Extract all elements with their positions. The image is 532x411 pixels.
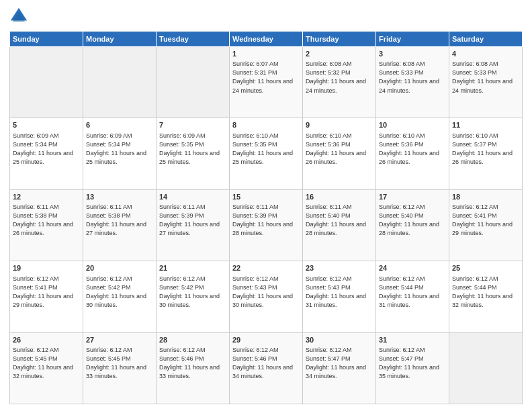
day-number: 8: [232, 120, 300, 130]
calendar-week-5: 26Sunrise: 6:12 AMSunset: 5:45 PMDayligh…: [10, 332, 523, 404]
logo: [9, 7, 31, 26]
calendar-day: 23Sunrise: 6:12 AMSunset: 5:43 PMDayligh…: [303, 261, 376, 332]
day-number: 5: [13, 120, 80, 130]
calendar-day: 19Sunrise: 6:12 AMSunset: 5:41 PMDayligh…: [10, 261, 83, 332]
calendar-day: 28Sunrise: 6:12 AMSunset: 5:46 PMDayligh…: [157, 332, 230, 404]
calendar-header: SundayMondayTuesdayWednesdayThursdayFrid…: [10, 32, 523, 47]
day-number: 1: [232, 49, 300, 59]
weekday-header-sunday: Sunday: [10, 32, 83, 47]
day-number: 4: [452, 49, 519, 59]
day-number: 16: [306, 192, 373, 202]
day-info: Sunrise: 6:12 AMSunset: 5:44 PMDaylight:…: [452, 275, 519, 310]
day-number: 10: [379, 120, 446, 130]
day-info: Sunrise: 6:12 AMSunset: 5:46 PMDaylight:…: [232, 346, 300, 381]
calendar-day: 9Sunrise: 6:10 AMSunset: 5:36 PMDaylight…: [303, 118, 376, 189]
calendar-week-3: 12Sunrise: 6:11 AMSunset: 5:38 PMDayligh…: [10, 189, 523, 261]
day-number: 23: [306, 263, 373, 273]
weekday-header-tuesday: Tuesday: [157, 32, 230, 47]
weekday-header-thursday: Thursday: [303, 32, 376, 47]
day-number: 14: [159, 192, 226, 202]
day-number: 26: [13, 335, 80, 345]
day-number: 18: [452, 192, 519, 202]
day-info: Sunrise: 6:10 AMSunset: 5:35 PMDaylight:…: [232, 132, 300, 167]
header: [9, 7, 523, 26]
day-info: Sunrise: 6:12 AMSunset: 5:40 PMDaylight:…: [379, 203, 446, 238]
day-info: Sunrise: 6:09 AMSunset: 5:34 PMDaylight:…: [86, 132, 153, 167]
day-info: Sunrise: 6:12 AMSunset: 5:46 PMDaylight:…: [159, 346, 226, 381]
calendar-body: 1Sunrise: 6:07 AMSunset: 5:31 PMDaylight…: [10, 47, 523, 404]
day-info: Sunrise: 6:12 AMSunset: 5:47 PMDaylight:…: [306, 346, 373, 381]
calendar-day: [157, 47, 230, 118]
day-info: Sunrise: 6:10 AMSunset: 5:37 PMDaylight:…: [452, 132, 519, 167]
day-number: 19: [13, 263, 80, 273]
day-info: Sunrise: 6:08 AMSunset: 5:33 PMDaylight:…: [379, 60, 446, 95]
calendar-day: 8Sunrise: 6:10 AMSunset: 5:35 PMDaylight…: [230, 118, 303, 189]
day-number: 6: [86, 120, 153, 130]
calendar-day: 5Sunrise: 6:09 AMSunset: 5:34 PMDaylight…: [10, 118, 83, 189]
day-number: 24: [379, 263, 446, 273]
calendar-day: 27Sunrise: 6:12 AMSunset: 5:45 PMDayligh…: [83, 332, 157, 404]
calendar-week-1: 1Sunrise: 6:07 AMSunset: 5:31 PMDaylight…: [10, 47, 523, 118]
calendar-day: 17Sunrise: 6:12 AMSunset: 5:40 PMDayligh…: [376, 189, 449, 261]
day-info: Sunrise: 6:10 AMSunset: 5:36 PMDaylight:…: [379, 132, 446, 167]
day-info: Sunrise: 6:12 AMSunset: 5:42 PMDaylight:…: [159, 275, 226, 310]
day-info: Sunrise: 6:12 AMSunset: 5:45 PMDaylight:…: [13, 346, 80, 381]
day-info: Sunrise: 6:11 AMSunset: 5:39 PMDaylight:…: [159, 203, 226, 238]
day-number: 27: [86, 335, 153, 345]
calendar-day: 13Sunrise: 6:11 AMSunset: 5:38 PMDayligh…: [83, 189, 157, 261]
calendar-day: 22Sunrise: 6:12 AMSunset: 5:43 PMDayligh…: [230, 261, 303, 332]
day-number: 29: [232, 335, 300, 345]
day-info: Sunrise: 6:12 AMSunset: 5:41 PMDaylight:…: [452, 203, 519, 238]
day-info: Sunrise: 6:12 AMSunset: 5:44 PMDaylight:…: [379, 275, 446, 310]
day-info: Sunrise: 6:09 AMSunset: 5:35 PMDaylight:…: [159, 132, 226, 167]
day-info: Sunrise: 6:10 AMSunset: 5:36 PMDaylight:…: [306, 132, 373, 167]
weekday-header-wednesday: Wednesday: [230, 32, 303, 47]
calendar-day: 10Sunrise: 6:10 AMSunset: 5:36 PMDayligh…: [376, 118, 449, 189]
calendar-day: 26Sunrise: 6:12 AMSunset: 5:45 PMDayligh…: [10, 332, 83, 404]
calendar-day: 18Sunrise: 6:12 AMSunset: 5:41 PMDayligh…: [449, 189, 523, 261]
calendar-day: 30Sunrise: 6:12 AMSunset: 5:47 PMDayligh…: [303, 332, 376, 404]
calendar-day: 25Sunrise: 6:12 AMSunset: 5:44 PMDayligh…: [449, 261, 523, 332]
day-number: 17: [379, 192, 446, 202]
calendar-day: 31Sunrise: 6:12 AMSunset: 5:47 PMDayligh…: [376, 332, 449, 404]
day-number: 7: [159, 120, 226, 130]
day-number: 28: [159, 335, 226, 345]
weekday-header-friday: Friday: [376, 32, 449, 47]
calendar-day: 3Sunrise: 6:08 AMSunset: 5:33 PMDaylight…: [376, 47, 449, 118]
day-info: Sunrise: 6:11 AMSunset: 5:38 PMDaylight:…: [86, 203, 153, 238]
calendar-week-4: 19Sunrise: 6:12 AMSunset: 5:41 PMDayligh…: [10, 261, 523, 332]
calendar-day: 11Sunrise: 6:10 AMSunset: 5:37 PMDayligh…: [449, 118, 523, 189]
calendar-day: 1Sunrise: 6:07 AMSunset: 5:31 PMDaylight…: [230, 47, 303, 118]
calendar-day: 20Sunrise: 6:12 AMSunset: 5:42 PMDayligh…: [83, 261, 157, 332]
calendar-day: 7Sunrise: 6:09 AMSunset: 5:35 PMDaylight…: [157, 118, 230, 189]
day-info: Sunrise: 6:11 AMSunset: 5:38 PMDaylight:…: [13, 203, 80, 238]
day-number: 31: [379, 335, 446, 345]
day-info: Sunrise: 6:08 AMSunset: 5:32 PMDaylight:…: [306, 60, 373, 95]
day-number: 2: [306, 49, 373, 59]
day-number: 9: [306, 120, 373, 130]
day-number: 30: [306, 335, 373, 345]
day-number: 11: [452, 120, 519, 130]
day-info: Sunrise: 6:12 AMSunset: 5:41 PMDaylight:…: [13, 275, 80, 310]
day-number: 3: [379, 49, 446, 59]
calendar-day: 16Sunrise: 6:11 AMSunset: 5:40 PMDayligh…: [303, 189, 376, 261]
day-info: Sunrise: 6:07 AMSunset: 5:31 PMDaylight:…: [232, 60, 300, 95]
calendar-table: SundayMondayTuesdayWednesdayThursdayFrid…: [9, 31, 523, 404]
day-info: Sunrise: 6:12 AMSunset: 5:43 PMDaylight:…: [306, 275, 373, 310]
day-number: 15: [232, 192, 300, 202]
calendar-day: 15Sunrise: 6:11 AMSunset: 5:39 PMDayligh…: [230, 189, 303, 261]
day-number: 22: [232, 263, 300, 273]
logo-icon: [9, 7, 28, 26]
day-info: Sunrise: 6:12 AMSunset: 5:45 PMDaylight:…: [86, 346, 153, 381]
calendar-day: 21Sunrise: 6:12 AMSunset: 5:42 PMDayligh…: [157, 261, 230, 332]
day-info: Sunrise: 6:12 AMSunset: 5:43 PMDaylight:…: [232, 275, 300, 310]
calendar-day: [449, 332, 523, 404]
weekday-header-monday: Monday: [83, 32, 157, 47]
calendar-day: 14Sunrise: 6:11 AMSunset: 5:39 PMDayligh…: [157, 189, 230, 261]
calendar-day: 29Sunrise: 6:12 AMSunset: 5:46 PMDayligh…: [230, 332, 303, 404]
day-number: 12: [13, 192, 80, 202]
calendar-day: [83, 47, 157, 118]
day-info: Sunrise: 6:11 AMSunset: 5:39 PMDaylight:…: [232, 203, 300, 238]
calendar-day: 12Sunrise: 6:11 AMSunset: 5:38 PMDayligh…: [10, 189, 83, 261]
day-info: Sunrise: 6:12 AMSunset: 5:47 PMDaylight:…: [379, 346, 446, 381]
